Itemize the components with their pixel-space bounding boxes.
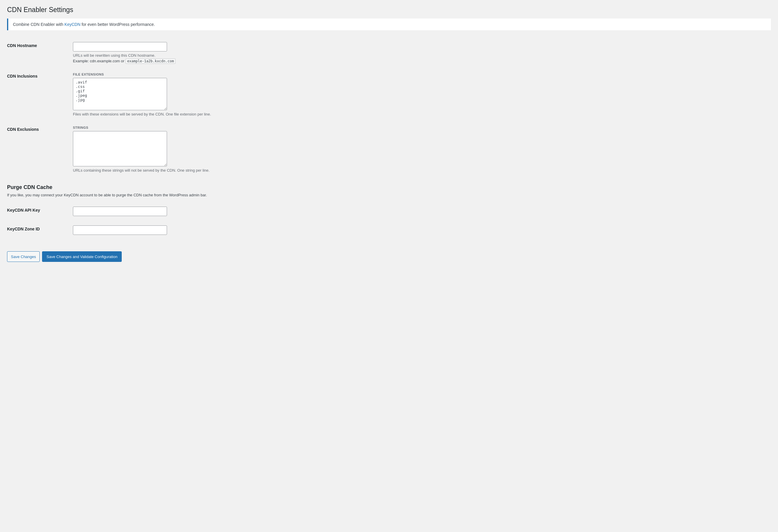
cdn-inclusions-label: CDN Inclusions — [7, 74, 37, 79]
purge-section-heading: Purge CDN Cache — [7, 184, 771, 190]
keycdn-api-key-row: KeyCDN API Key — [7, 202, 771, 221]
keycdn-zone-id-label: KeyCDN Zone ID — [7, 227, 40, 231]
button-row: Save Changes Save Changes and Validate C… — [7, 247, 771, 267]
example-plain: cdn.example.com — [90, 59, 120, 63]
info-banner: Combine CDN Enabler with KeyCDN for even… — [7, 18, 771, 30]
keycdn-zone-id-input[interactable] — [73, 226, 167, 235]
banner-text-after: for even better WordPress performance. — [81, 22, 155, 27]
cdn-hostname-input[interactable] — [73, 42, 167, 52]
cdn-inclusions-textarea[interactable]: .avif .css .gif .jpeg .jpg — [73, 78, 167, 110]
cdn-exclusions-textarea[interactable] — [73, 131, 167, 166]
cdn-inclusions-row: CDN Inclusions FILE EXTENSIONS .avif .cs… — [7, 68, 771, 121]
cdn-hostname-description: URLs will be rewritten using this CDN ho… — [73, 53, 771, 58]
save-changes-button[interactable]: Save Changes — [7, 251, 40, 262]
cdn-exclusions-row: CDN Exclusions STRINGS URLs containing t… — [7, 121, 771, 177]
cdn-exclusions-description: URLs containing these strings will not b… — [73, 168, 771, 173]
cdn-hostname-label: CDN Hostname — [7, 43, 37, 48]
save-and-validate-button[interactable]: Save Changes and Validate Configuration — [42, 251, 122, 262]
keycdn-zone-id-row: KeyCDN Zone ID — [7, 221, 771, 240]
exclusions-sub-label: STRINGS — [73, 126, 771, 129]
example-prefix: Example: — [73, 59, 90, 63]
cdn-inclusions-description: Files with these extensions will be serv… — [73, 112, 771, 116]
purge-section-description: If you like, you may connect your KeyCDN… — [7, 193, 771, 197]
example-or: or — [120, 59, 126, 63]
keycdn-api-key-input[interactable] — [73, 207, 167, 216]
inclusions-sub-label: FILE EXTENSIONS — [73, 73, 771, 76]
example-code: example-1a2b.kxcdn.com — [126, 59, 176, 64]
keycdn-link[interactable]: KeyCDN — [64, 22, 80, 27]
keycdn-settings-table: KeyCDN API Key KeyCDN Zone ID — [7, 202, 771, 240]
cdn-exclusions-label: CDN Exclusions — [7, 127, 39, 132]
cdn-hostname-row: CDN Hostname URLs will be rewritten usin… — [7, 37, 771, 68]
page-title: CDN Enabler Settings — [7, 6, 771, 14]
cdn-hostname-example: Example: cdn.example.com or example-1a2b… — [73, 59, 771, 63]
banner-text-before: Combine CDN Enabler with — [13, 22, 64, 27]
settings-table: CDN Hostname URLs will be rewritten usin… — [7, 37, 771, 177]
keycdn-api-key-label: KeyCDN API Key — [7, 208, 40, 212]
